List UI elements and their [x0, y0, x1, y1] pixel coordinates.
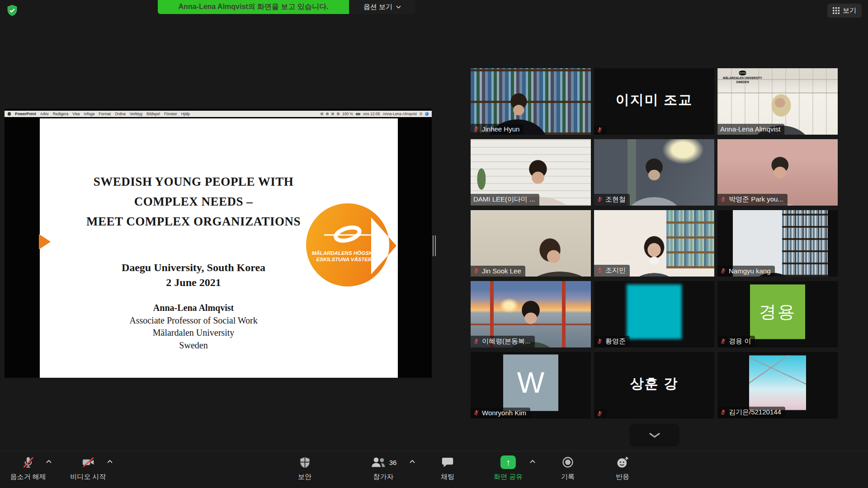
slide-title: SWEDISH YOUNG PEOPLE WITH COMPLEX NEEDS …: [44, 172, 343, 231]
battery-percent: 100 %: [342, 112, 353, 116]
remote-menu-item: Visa: [72, 112, 80, 116]
remote-menu-item: Format: [99, 112, 111, 116]
muted-mic-icon: [597, 127, 603, 133]
slide-arrow-decoration: [39, 234, 51, 249]
participant-name-label: 김기은/52120144: [717, 407, 785, 418]
participant-tile[interactable]: WWonryonh Kim: [471, 352, 591, 418]
muted-mic-icon: [473, 338, 479, 344]
video-options-caret-icon[interactable]: [107, 460, 113, 464]
university-watermark: MÄLARDALEN UNIVERSITYSWEDEN: [723, 70, 762, 84]
participant-tile[interactable]: 조현철: [594, 139, 714, 206]
status-icon: [326, 113, 329, 115]
participant-name: 이혜령(본동복...: [482, 337, 531, 346]
chat-bubble-icon: [441, 456, 454, 469]
participant-name-label: 황영준: [594, 336, 630, 347]
participant-name-label: [594, 409, 607, 418]
muted-mic-icon: [473, 268, 479, 274]
remote-menu-item: Bildspel: [146, 112, 160, 116]
shared-screen: PowerPoint ArkivRedigeraVisaInfogaFormat…: [5, 109, 432, 378]
security-button[interactable]: 보안: [298, 455, 311, 481]
battery-icon: [356, 113, 360, 115]
start-video-button[interactable]: 비디오 시작: [70, 455, 106, 481]
remote-menu-item: Redigera: [53, 112, 69, 116]
participant-name-label: [594, 126, 607, 135]
remote-menu-item: Hjälp: [181, 112, 190, 116]
muted-mic-icon: [597, 267, 603, 273]
participant-name: Jinhee Hyun: [482, 125, 519, 133]
record-button[interactable]: 기록: [561, 455, 575, 481]
participants-caret-icon[interactable]: [409, 460, 415, 464]
meeting-toolbar: 음소거 해제 비디오 시작: [0, 451, 868, 488]
muted-mic-icon: [21, 455, 35, 469]
view-button[interactable]: 보기: [827, 4, 862, 18]
chevron-down-icon: [396, 5, 401, 9]
participant-name-label: 박영준 Park you...: [717, 194, 788, 206]
participants-count: 36: [389, 459, 397, 466]
record-icon: [561, 456, 574, 469]
participant-tile[interactable]: 이혜령(본동복...: [471, 281, 591, 347]
view-options-button[interactable]: 옵션 보기: [349, 0, 415, 14]
participant-name: Anna-Lena Almqvist: [720, 125, 780, 133]
participant-name-label: 조현철: [594, 194, 630, 206]
gallery-scroll-down-button[interactable]: [629, 424, 679, 446]
view-options-label: 옵션 보기: [363, 3, 392, 11]
participant-name: 조지민: [605, 266, 626, 275]
participant-tile[interactable]: 경용경용 이: [717, 281, 838, 347]
participant-tile[interactable]: 상훈 강: [594, 352, 714, 418]
remote-account-name: Anna-Lena Almqvist: [382, 112, 417, 116]
panel-resize-handle[interactable]: [433, 235, 436, 256]
wifi-icon: [337, 113, 340, 115]
svg-text:MÄLARDALENS HÖGSKOLA: MÄLARDALENS HÖGSKOLA: [312, 250, 383, 256]
participants-button[interactable]: 36 참가자: [370, 455, 397, 481]
video-off-icon: [81, 455, 95, 469]
remote-menu-item: Fönster: [164, 112, 177, 116]
university-logo-icon: [739, 70, 746, 75]
muted-mic-icon: [597, 411, 603, 417]
chat-button[interactable]: 채팅: [441, 455, 454, 481]
avatar: W: [503, 354, 558, 411]
participant-name-label: Anna-Lena Almqvist: [717, 124, 784, 135]
avatar: [749, 355, 806, 410]
muted-mic-icon: [720, 409, 726, 415]
zoom-meeting-window: Anna-Lena Almqvist의 화면을 보고 있습니다. 옵션 보기 보…: [0, 0, 868, 488]
participant-tile[interactable]: 조지민: [594, 210, 714, 277]
participant-tile[interactable]: Jin Sook Lee: [471, 210, 591, 277]
status-icon: [331, 113, 334, 115]
presentation-slide: SWEDISH YOUNG PEOPLE WITH COMPLEX NEEDS …: [40, 118, 398, 378]
remote-menubar-status: 100 % ons 12:05 Anna-Lena Almqvist: [321, 112, 429, 116]
participant-name-label: Jinhee Hyun: [471, 124, 524, 135]
view-button-label: 보기: [843, 6, 856, 15]
screen-share-banner: Anna-Lena Almqvist의 화면을 보고 있습니다.: [158, 0, 349, 14]
remote-menu-item: Arkiv: [40, 112, 49, 116]
participant-tile[interactable]: Jinhee Hyun: [471, 68, 591, 135]
muted-mic-icon: [720, 268, 726, 274]
participant-name-label: 이혜령(본동복...: [471, 336, 535, 347]
participant-tile[interactable]: Namgyu kang: [717, 210, 838, 277]
participant-tile[interactable]: 이지미 조교: [594, 68, 714, 135]
status-icon: [321, 113, 323, 115]
avatar: [627, 284, 682, 339]
encryption-shield-icon[interactable]: [6, 5, 18, 16]
security-shield-icon: [299, 456, 311, 469]
participant-tile[interactable]: MÄLARDALEN UNIVERSITYSWEDENAnna-Lena Alm…: [717, 68, 838, 135]
muted-mic-icon: [597, 338, 603, 344]
mic-options-caret-icon[interactable]: [46, 460, 52, 464]
unmute-button[interactable]: 음소거 해제: [10, 455, 46, 481]
participant-name: Wonryonh Kim: [482, 409, 526, 417]
share-screen-button[interactable]: ↑ 화면 공유: [494, 455, 523, 481]
participant-tile[interactable]: 황영준: [594, 281, 714, 347]
svg-text:ESKILSTUNA VÄSTERÅS: ESKILSTUNA VÄSTERÅS: [316, 257, 379, 262]
participant-tile[interactable]: 박영준 Park you...: [717, 139, 838, 206]
security-label: 보안: [298, 473, 311, 481]
participant-name-label: Wonryonh Kim: [471, 408, 530, 418]
participant-tile[interactable]: 김기은/52120144: [717, 352, 838, 418]
share-options-caret-icon[interactable]: [529, 460, 536, 464]
reactions-button[interactable]: 반응: [616, 455, 629, 481]
remote-menu-items: ArkivRedigeraVisaInfogaFormatOrdnaVerkty…: [40, 112, 190, 116]
participant-name: 박영준 Park you...: [729, 195, 783, 204]
participant-name: Jin Sook Lee: [482, 267, 521, 275]
unmute-label: 음소거 해제: [10, 473, 46, 481]
participant-name: 경용 이: [729, 337, 751, 346]
chevron-down-icon: [648, 432, 661, 438]
participant-tile[interactable]: DAMI LEE(이다미 ...: [471, 139, 591, 206]
